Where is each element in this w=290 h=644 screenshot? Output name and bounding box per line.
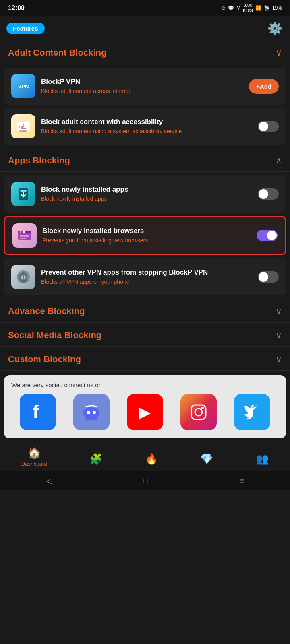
svg-point-11: [20, 231, 22, 233]
gmail-icon: M: [236, 5, 240, 11]
custom-blocking-title: Custom Blocking: [8, 354, 81, 365]
top-bar: Features ⚙️: [0, 16, 290, 40]
svg-rect-2: [22, 131, 25, 132]
diamond-icon: 💎: [200, 453, 213, 465]
svg-point-12: [23, 231, 25, 233]
apps-blocking-chevron-icon: ∧: [276, 155, 282, 166]
accessibility-block-item: ⚠ x x x Block adult content with accessi…: [4, 108, 286, 145]
gear-icon: ⚙️: [267, 21, 282, 35]
social-card-text: We are very social, connect us on: [11, 382, 279, 388]
fire-icon: 🔥: [145, 453, 158, 465]
vpn-description: Blocks adult content across internet: [41, 87, 249, 95]
social-media-blocking-header[interactable]: Social Media Blocking ∨: [0, 323, 290, 347]
messenger-icon: 💬: [228, 5, 234, 11]
apps-blocking-title: Apps Blocking: [8, 155, 70, 166]
block-new-browsers-toggle[interactable]: [257, 230, 278, 241]
custom-blocking-header[interactable]: Custom Blocking ∨: [0, 347, 290, 371]
svg-point-26: [201, 407, 204, 409]
advance-blocking-title: Advance Blocking: [8, 306, 85, 316]
youtube-button[interactable]: ▶: [127, 394, 163, 430]
people-icon: 👥: [256, 453, 269, 465]
divider-apps: [0, 172, 290, 172]
svg-point-25: [195, 409, 202, 416]
wifi-icon: 📶: [255, 5, 261, 11]
features-badge[interactable]: Features: [6, 23, 45, 34]
svg-rect-8: [20, 190, 27, 192]
prevent-vpn-apps-text: Prevent other VPN apps from stopping Blo…: [41, 268, 254, 286]
puzzle-icon: 🧩: [89, 453, 102, 465]
block-new-browsers-text: Block newly installed browsers Prevents …: [42, 227, 253, 245]
accessibility-icon: ⚠ x x x: [11, 114, 35, 138]
social-media-blocking-chevron-icon: ∨: [276, 330, 282, 341]
block-new-apps-toggle[interactable]: [258, 188, 279, 200]
adult-content-chevron-icon: ∨: [276, 47, 282, 58]
system-nav: ◁ □ ≡: [0, 471, 290, 490]
social-icons-row: f ▶: [11, 394, 279, 430]
toggle-knob: [259, 122, 268, 131]
toggle-knob: [267, 231, 277, 240]
vpn-name: BlockP VPN: [41, 77, 249, 86]
svg-rect-21: [83, 408, 99, 417]
svg-rect-14: [20, 238, 26, 239]
settings-button[interactable]: ⚙️: [266, 19, 284, 37]
prevent-vpn-apps-item: Prevent other VPN apps from stopping Blo…: [4, 258, 286, 295]
nav-item-5[interactable]: 👥: [252, 451, 273, 469]
status-icons: ⊙ 💬 M 3.00 KB/S 📶 📡 19%: [222, 3, 282, 13]
circle-icon: ⊙: [222, 5, 226, 11]
menu-button[interactable]: ≡: [240, 476, 244, 485]
divider-adult: [0, 64, 290, 64]
prevent-vpn-apps-subtitle: Blocks all VPN apps on your phone: [41, 278, 254, 286]
svg-text:f: f: [33, 402, 39, 422]
add-vpn-button[interactable]: +Add: [249, 79, 279, 94]
social-media-blocking-title: Social Media Blocking: [8, 330, 102, 341]
status-time: 12:00: [8, 4, 25, 12]
svg-point-18: [23, 278, 24, 280]
divider-custom: [0, 371, 290, 371]
nav-item-2[interactable]: 🧩: [85, 451, 106, 469]
svg-point-22: [87, 411, 90, 414]
svg-point-23: [93, 411, 96, 414]
toggle-knob: [259, 189, 268, 199]
block-new-browsers-title: Block newly installed browsers: [42, 227, 253, 235]
advance-blocking-header[interactable]: Advance Blocking ∨: [0, 299, 290, 322]
block-new-apps-item: Block newly installed apps Block newly i…: [4, 175, 286, 213]
svg-rect-13: [20, 235, 29, 237]
apps-blocking-header[interactable]: Apps Blocking ∧: [0, 148, 290, 172]
accessibility-subtitle: Blocks adult content using a system acce…: [41, 128, 254, 136]
new-browsers-icon: [12, 223, 37, 248]
accessibility-title: Block adult content with accessibility: [41, 118, 254, 126]
prevent-vpn-apps-toggle[interactable]: [258, 271, 279, 283]
adult-content-blocking-header[interactable]: Adult Content Blocking ∨: [0, 40, 290, 64]
custom-blocking-chevron-icon: ∨: [276, 354, 282, 365]
dashboard-icon: 🏠: [28, 447, 41, 459]
vpn-text: BlockP VPN Blocks adult content across i…: [41, 77, 249, 95]
block-new-apps-text: Block newly installed apps Block newly i…: [41, 185, 254, 203]
back-button[interactable]: ◁: [46, 476, 52, 485]
vpn-icon: VPN: [11, 74, 35, 98]
status-bar: 12:00 ⊙ 💬 M 3.00 KB/S 📶 📡 19%: [0, 0, 290, 16]
nav-item-3[interactable]: 🔥: [141, 451, 162, 469]
vpn-shield-icon: [11, 265, 35, 289]
svg-rect-24: [191, 405, 206, 419]
block-new-apps-title: Block newly installed apps: [41, 185, 254, 194]
toggle-knob: [259, 272, 268, 282]
nav-dashboard[interactable]: 🏠 Dashboard: [17, 445, 51, 469]
speed-indicator: 3.00 KB/S: [243, 3, 253, 13]
block-new-browsers-subtitle: Prevents you from installing new browser…: [42, 237, 253, 245]
adult-content-blocking-title: Adult Content Blocking: [8, 47, 106, 58]
blockp-vpn-item: VPN BlockP VPN Blocks adult content acro…: [4, 68, 286, 105]
nav-dashboard-label: Dashboard: [21, 461, 47, 467]
nav-item-4[interactable]: 💎: [196, 451, 217, 469]
home-button[interactable]: □: [143, 476, 148, 485]
facebook-button[interactable]: f: [20, 394, 56, 430]
battery-icon: 19%: [272, 5, 282, 11]
twitter-button[interactable]: [234, 394, 270, 430]
block-new-browsers-item: Block newly installed browsers Prevents …: [4, 216, 286, 255]
instagram-button[interactable]: [180, 394, 217, 430]
svg-text:x: x: [22, 125, 24, 129]
social-card: We are very social, connect us on f ▶: [4, 375, 286, 438]
svg-rect-17: [23, 275, 24, 278]
discord-button[interactable]: [73, 394, 110, 430]
accessibility-toggle[interactable]: [258, 121, 279, 132]
accessibility-text: Block adult content with accessibility B…: [41, 118, 254, 136]
